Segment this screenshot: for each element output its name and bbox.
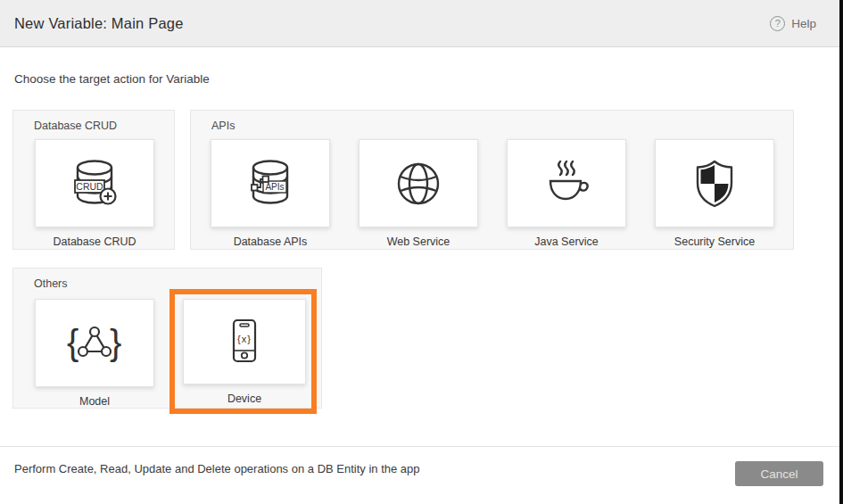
- footer-divider: [0, 446, 839, 447]
- selected-highlight: {x} Device: [169, 289, 317, 414]
- card-database-apis[interactable]: APIs Database APIs: [211, 139, 330, 248]
- svg-text:}: }: [110, 323, 121, 362]
- card-web-service[interactable]: Web Service: [359, 139, 478, 248]
- card-label: Device: [183, 392, 306, 405]
- card-java-service[interactable]: Java Service: [507, 139, 626, 248]
- database-apis-tile[interactable]: APIs: [211, 139, 330, 227]
- group-database-crud: Database CRUD CRUD Database CRUD: [12, 110, 175, 250]
- group-label: APIs: [211, 120, 235, 132]
- model-braces-network-icon: { }: [65, 317, 124, 370]
- dialog-header: New Variable: Main Page ? Help: [0, 0, 839, 47]
- database-crud-plus-icon: CRUD: [65, 157, 124, 211]
- device-tile[interactable]: {x}: [183, 299, 306, 384]
- card-label: Security Service: [655, 235, 774, 248]
- svg-text:{x}: {x}: [237, 334, 252, 344]
- globe-icon: [389, 157, 448, 211]
- help-label: Help: [791, 17, 816, 30]
- java-service-tile[interactable]: [507, 139, 626, 227]
- card-label: Model: [35, 395, 154, 408]
- selection-description: Perform Create, Read, Update and Delete …: [14, 462, 420, 475]
- mobile-phone-binding-icon: {x}: [215, 315, 274, 368]
- database-apis-icon: APIs: [241, 157, 300, 211]
- card-label: Database CRUD: [35, 235, 154, 248]
- svg-text:CRUD: CRUD: [76, 181, 103, 192]
- card-label: Web Service: [359, 235, 478, 248]
- dialog-title: New Variable: Main Page: [14, 15, 184, 32]
- web-service-tile[interactable]: [359, 139, 478, 227]
- card-security-service[interactable]: Security Service: [655, 139, 774, 248]
- coffee-cup-icon: [537, 157, 596, 211]
- question-circle-icon: ?: [770, 16, 785, 31]
- card-label: Java Service: [507, 235, 626, 248]
- card-label: Database APIs: [211, 235, 330, 248]
- shield-checkered-icon: [685, 157, 744, 211]
- group-label: Others: [34, 277, 68, 290]
- cancel-button[interactable]: Cancel: [735, 461, 823, 486]
- group-apis: APIs APIs Database APIs: [190, 110, 794, 250]
- group-label: Database CRUD: [34, 120, 117, 132]
- database-crud-tile[interactable]: CRUD: [35, 139, 154, 227]
- group-others: Others { } Model: [12, 268, 322, 409]
- window-right-border: [839, 0, 843, 504]
- svg-text:APIs: APIs: [265, 182, 284, 192]
- model-tile[interactable]: { }: [35, 299, 154, 387]
- subtitle: Choose the target action for Variable: [14, 72, 210, 86]
- svg-text:{: {: [67, 323, 79, 362]
- card-device[interactable]: {x} Device: [183, 299, 306, 405]
- card-database-crud[interactable]: CRUD Database CRUD: [35, 139, 154, 248]
- card-model[interactable]: { } Model: [35, 299, 154, 408]
- new-variable-dialog: New Variable: Main Page ? Help Choose th…: [0, 0, 843, 504]
- security-service-tile[interactable]: [655, 139, 774, 227]
- help-button[interactable]: ? Help: [770, 16, 816, 31]
